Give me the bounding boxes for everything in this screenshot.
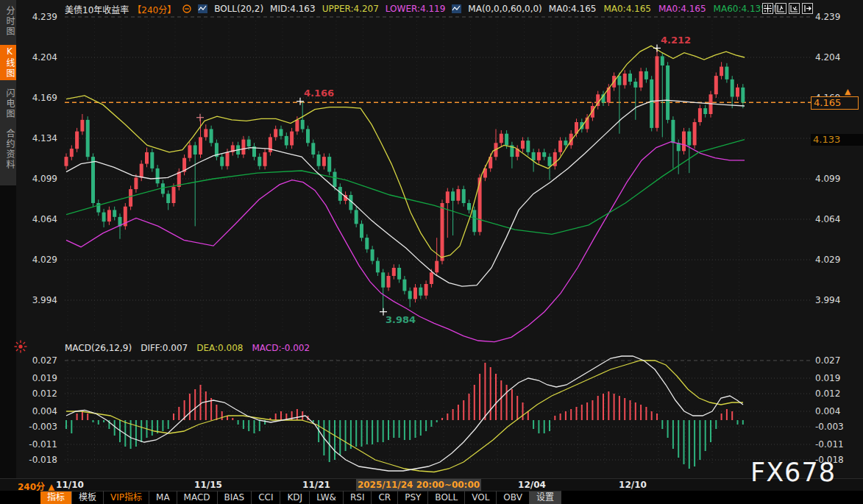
axis-label: 0.012 (815, 388, 861, 399)
axis-label: 4.029 (815, 255, 861, 265)
price-up-arrow-icon: ▲ (845, 87, 850, 96)
scale-right-icon[interactable] (789, 3, 800, 14)
indicator-tab-BIAS[interactable]: BIAS (218, 491, 252, 504)
indicator-tab-MACD[interactable]: MACD (177, 491, 218, 504)
boll-mid-value: MID:4.163 (270, 4, 316, 14)
axis-label: 0.027 (19, 355, 57, 366)
peak-label: 4.212 (661, 35, 691, 46)
indicator-tab-OBV[interactable]: OBV (497, 491, 530, 504)
indicator-tab-模板[interactable]: 模板 (72, 491, 104, 504)
chart-svg (0, 0, 863, 478)
indicator-tab-VOL[interactable]: VOL (465, 491, 497, 504)
axis-label: 0.027 (815, 355, 861, 366)
axis-label: 4.029 (19, 255, 57, 265)
swing-high-label: 4.166 (304, 88, 334, 99)
crosshair-icon[interactable] (762, 3, 773, 14)
axis-label: 0.004 (19, 406, 57, 416)
indicator-tab-RSI[interactable]: RSI (344, 491, 372, 504)
instrument-title: 美债10年收益率 (65, 3, 129, 15)
axis-label: 0.004 (815, 406, 861, 416)
indicator-tab-bar: 指标模板VIP指标MAMACDBIASCCIKDJLW&RSICRPSYBOLL… (0, 491, 863, 504)
charting-app: 分时图K线图闪电图合约资料 美债10年收益率 【240分】 BOLL(20,2)… (0, 0, 863, 504)
ma-value-3: MA60:4.135 (714, 4, 767, 14)
current-price-box: 4.165 (811, 96, 859, 110)
indicator-legend: 美债10年收益率 【240分】 BOLL(20,2) MID:4.163 UPP… (65, 2, 781, 15)
indicator-tab-LW&[interactable]: LW& (310, 491, 344, 504)
indicator-tab-指标[interactable]: 指标 (40, 491, 72, 504)
date-label-11/21: 11/21 (302, 480, 330, 490)
axis-label: 4.204 (19, 52, 57, 63)
axis-label: 4.099 (19, 174, 57, 184)
axis-label: 4.239 (815, 12, 861, 22)
macd-dea-value: DEA:0.008 (196, 343, 243, 353)
indicator-chart-icon[interactable] (198, 4, 207, 13)
low-label: 3.984 (386, 314, 416, 325)
axis-label: -0.011 (19, 439, 57, 450)
date-label-11/15: 11/15 (194, 480, 222, 490)
sidebar-tab-list: 分时图K线图闪电图合约资料 (0, 0, 16, 185)
axis-label: -0.018 (815, 455, 861, 465)
indicator-tab-BOLL[interactable]: BOLL (428, 491, 465, 504)
indicator-tab-设置[interactable]: 设置 (530, 491, 561, 504)
date-label-11/10: 11/10 (56, 480, 84, 490)
boll-label: BOLL(20,2) (214, 4, 263, 14)
collapse-icon[interactable] (182, 4, 191, 13)
macd-name: MACD(26,12,9) (65, 343, 132, 353)
axis-label: -0.011 (815, 439, 861, 450)
sidebar-tab-闪电图[interactable]: 闪电图 (0, 87, 16, 121)
indicator-tab-KDJ[interactable]: KDJ (280, 491, 310, 504)
shift-right-icon[interactable] (802, 3, 813, 14)
scale-up-icon[interactable] (775, 3, 786, 14)
ma-values: MA0:4.165MA0:4.165MA0:4.165MA60:4.135 (549, 4, 767, 14)
indicator-tab-VIP指标[interactable]: VIP指标 (104, 491, 149, 504)
boll-lower-value: LOWER:4.119 (386, 4, 446, 14)
ma-value-0: MA0:4.165 (549, 4, 597, 14)
indicator-chart-icon[interactable] (452, 4, 461, 13)
indicator-tab-MA[interactable]: MA (149, 491, 177, 504)
axis-label: 3.994 (815, 295, 861, 305)
sidebar-tab-K线图[interactable]: K线图 (0, 45, 16, 80)
secondary-price-box: 4.133 (811, 134, 863, 146)
axis-label: 4.134 (19, 133, 57, 143)
indicator-tab-CCI[interactable]: CCI (252, 491, 280, 504)
crosshair-date-badge: 2025/11/24 20:00~00:00 — (356, 479, 481, 491)
indicator-tab-PSY[interactable]: PSY (398, 491, 428, 504)
axis-label: 0.019 (815, 373, 861, 383)
sidebar: 分时图K线图闪电图合约资料 (0, 0, 16, 478)
macd-value: MACD:-0.002 (252, 343, 310, 353)
date-label-12/10: 12/10 (619, 480, 647, 490)
ma-label: MA(0,0,0,60,0,0) (468, 4, 541, 14)
axis-label: 4.064 (815, 214, 861, 224)
macd-diff-value: DIFF:0.007 (141, 343, 188, 353)
period-label: 【240分】 (132, 3, 176, 15)
axis-label: 4.064 (19, 214, 57, 224)
axis-label: 4.099 (815, 174, 861, 184)
sidebar-tab-合约资料[interactable]: 合约资料 (0, 127, 16, 171)
axis-label: 0.012 (19, 388, 57, 399)
axis-label: 3.994 (19, 295, 57, 305)
axis-label: 0.019 (19, 373, 57, 383)
sidebar-tab-分时图[interactable]: 分时图 (0, 4, 16, 38)
boll-upper-value: UPPER:4.207 (322, 4, 379, 14)
macd-legend: MACD(26,12,9) DIFF:0.007 DEA:0.008 MACD:… (65, 343, 310, 353)
chart-toolbar (762, 3, 813, 14)
ma-value-2: MA0:4.165 (658, 4, 706, 14)
sun-marker-icon (14, 340, 27, 356)
axis-label: -0.003 (19, 422, 57, 432)
axis-label: -0.018 (19, 455, 57, 465)
indicator-tab-CR[interactable]: CR (372, 491, 398, 504)
date-label-12/04: 12/04 (518, 480, 546, 490)
axis-label: 4.239 (19, 12, 57, 22)
macd-histogram-layer (66, 363, 743, 469)
candles-layer (65, 48, 745, 311)
x-axis-row: 240分 ▲ 2025/11/24 20:00~00:00 — 11/1011/… (0, 478, 863, 491)
axis-label: -0.003 (815, 422, 861, 432)
axis-label: 4.204 (815, 52, 861, 63)
chart-canvas[interactable] (0, 0, 863, 478)
axis-label: 4.169 (19, 93, 57, 103)
ma-value-1: MA0:4.165 (603, 4, 651, 14)
